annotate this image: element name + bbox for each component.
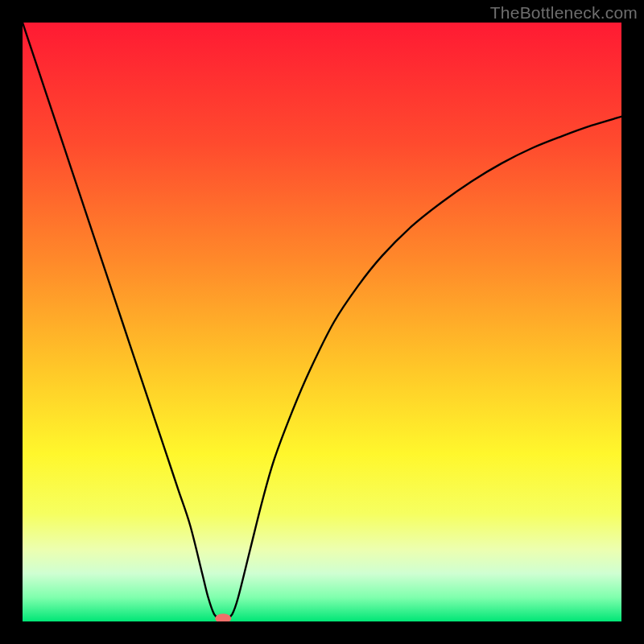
bottleneck-chart xyxy=(23,23,621,621)
chart-frame xyxy=(23,23,621,621)
chart-background xyxy=(23,23,621,621)
watermark-text: TheBottleneck.com xyxy=(490,3,638,23)
